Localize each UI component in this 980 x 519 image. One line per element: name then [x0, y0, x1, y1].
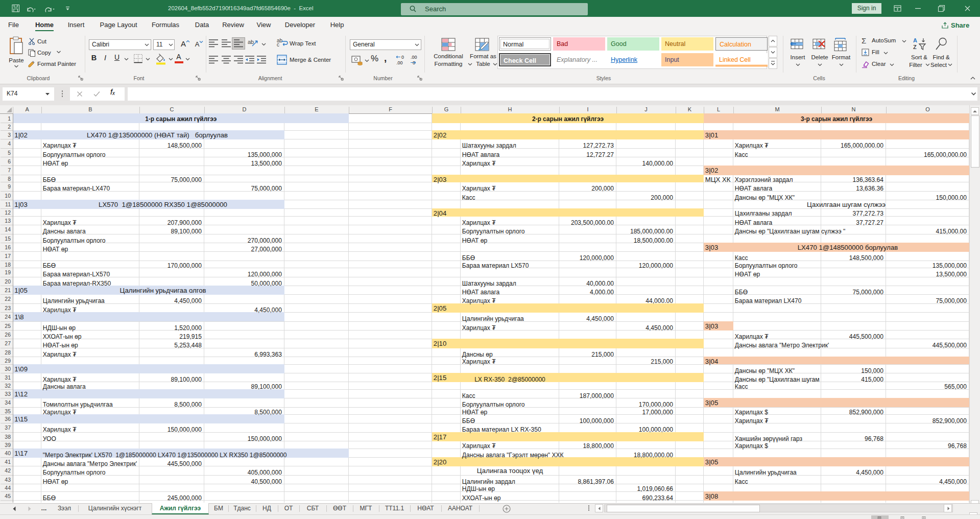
svg-text:.00: .00 [411, 55, 417, 60]
svg-text:.00: .00 [396, 60, 403, 65]
svg-text:A: A [913, 37, 917, 43]
svg-text:Z: Z [913, 44, 917, 50]
svg-text:0: 0 [401, 55, 404, 60]
